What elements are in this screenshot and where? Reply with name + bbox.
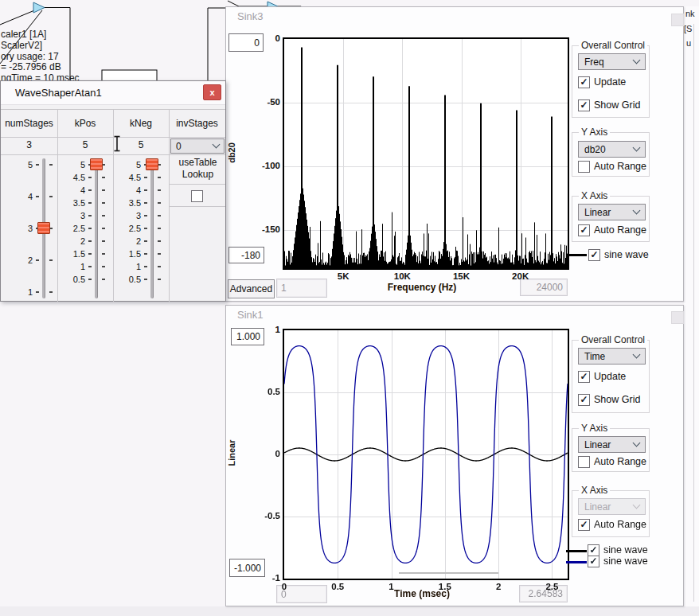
slider-tick-mark bbox=[49, 291, 53, 293]
advanced-button[interactable]: Advanced bbox=[228, 279, 275, 298]
slider-tick-mark bbox=[144, 228, 147, 229]
kpos-value[interactable]: 5 bbox=[57, 139, 113, 150]
slider-tick-mark bbox=[88, 189, 92, 191]
waveshaper-close-button[interactable]: x bbox=[203, 84, 221, 100]
slider-track[interactable] bbox=[150, 158, 154, 298]
usetable-lookup-label: useTable Lookup bbox=[170, 157, 226, 181]
slider-tick-mark bbox=[88, 266, 92, 267]
slider-tick-mark bbox=[144, 266, 147, 267]
signal-arrow-icon bbox=[33, 2, 45, 13]
sink3-x-axis-title: Frequency (Hz) bbox=[350, 282, 494, 293]
sink1-legend-checkbox-2[interactable]: ✓ bbox=[588, 556, 599, 567]
slider-tick-label: 0.5 bbox=[114, 275, 141, 284]
slider-tick-mark bbox=[36, 196, 39, 197]
sink3-ymin-box[interactable]: -180 bbox=[228, 247, 264, 263]
slider-tick-label: 1.5 bbox=[58, 249, 85, 259]
invstages-dropdown[interactable]: 0 bbox=[170, 138, 225, 154]
sink3-xmin-input[interactable]: 1 bbox=[276, 279, 327, 298]
grid-divider bbox=[169, 184, 225, 185]
slider-tick-label: 0.5 bbox=[58, 275, 85, 284]
group-label: X Axis bbox=[579, 190, 610, 201]
y-tick-label: -100 bbox=[247, 161, 280, 170]
kNeg-slider-handle[interactable] bbox=[146, 158, 158, 170]
sink1-overall-dropdown[interactable]: Time bbox=[578, 348, 646, 365]
slider-tick-mark bbox=[144, 240, 147, 242]
sink3-y-auto-range-checkbox[interactable] bbox=[578, 161, 590, 173]
slider-tick-label: 5 bbox=[58, 160, 85, 170]
slider-tick-mark bbox=[102, 177, 105, 178]
slider-tick-mark bbox=[158, 189, 161, 191]
edge-text: nk bbox=[685, 9, 695, 18]
usetable-lookup-checkbox[interactable] bbox=[191, 190, 203, 202]
slider-tick-label: 2 bbox=[6, 255, 33, 265]
dropdown-value: Linear bbox=[584, 207, 611, 218]
slider-tick-mark bbox=[88, 279, 92, 280]
sink1-x-axis-dropdown: Linear bbox=[578, 498, 646, 515]
slider-tick-label: 2.5 bbox=[114, 224, 141, 233]
slider-tick-label: 4.5 bbox=[114, 173, 141, 182]
slider-tick-mark bbox=[144, 189, 147, 191]
slider-tick-mark bbox=[102, 228, 105, 229]
y-tick-label: -50 bbox=[247, 97, 280, 107]
y-tick-label: 0 bbox=[247, 449, 280, 458]
grid-divider bbox=[169, 109, 170, 302]
slider-tick-mark bbox=[158, 177, 161, 178]
numStages-slider-handle[interactable] bbox=[37, 222, 50, 234]
slider-tick-mark bbox=[144, 253, 147, 255]
slider-tick-mark bbox=[144, 177, 147, 178]
sink3-legend-checkbox[interactable]: ✓ bbox=[588, 249, 600, 261]
y-tick-label: -150 bbox=[247, 224, 280, 234]
diagram-text: = -25.7956 dB bbox=[1, 61, 61, 72]
kneg-value[interactable]: 5 bbox=[113, 139, 169, 150]
sink1-close-button[interactable] bbox=[671, 311, 684, 324]
sink1-y-axis-dropdown[interactable]: Linear bbox=[578, 436, 646, 453]
window-title-text: WaveShaperAtan1 bbox=[15, 87, 102, 99]
slider-tick-mark bbox=[144, 215, 147, 216]
y-tick-label: -0.5 bbox=[247, 511, 280, 520]
x-tick-label: 20K bbox=[503, 271, 538, 281]
diagram-text: ory usage: 17 bbox=[1, 51, 59, 62]
sink3-x-axis-dropdown[interactable]: Linear bbox=[578, 204, 646, 220]
legend-line bbox=[568, 254, 587, 256]
legend-line bbox=[566, 561, 587, 563]
app-screen: caler1 [1A] ScalerV2] ory usage: 17 = -2… bbox=[0, 0, 699, 616]
drag-artifact bbox=[399, 572, 498, 574]
sink3-update-checkbox[interactable]: ✓ bbox=[578, 76, 590, 88]
slider-track[interactable] bbox=[95, 158, 98, 298]
column-header: kNeg bbox=[113, 118, 169, 129]
diagram-text: ScalerV2] bbox=[1, 40, 42, 51]
slider-tick-mark bbox=[102, 279, 105, 280]
slider-tick-mark bbox=[102, 202, 105, 204]
y-tick-label: 0.5 bbox=[247, 387, 280, 396]
numstages-value[interactable]: 3 bbox=[1, 139, 57, 150]
sink1-y-auto-range-checkbox[interactable] bbox=[578, 456, 590, 468]
sink3-spectrum-plot[interactable] bbox=[284, 39, 568, 268]
sink3-xmax-input[interactable]: 24000 bbox=[520, 279, 568, 296]
sink1-legend-checkbox-1[interactable]: ✓ bbox=[588, 544, 599, 556]
sink3-x-auto-range-checkbox[interactable]: ✓ bbox=[578, 224, 590, 236]
checkbox-label: Auto Range bbox=[594, 161, 646, 173]
sink1-update-checkbox[interactable]: ✓ bbox=[578, 371, 590, 383]
sink3-show-grid-checkbox[interactable]: ✓ bbox=[578, 99, 590, 111]
chevron-down-icon bbox=[633, 501, 641, 509]
chevron-down-icon bbox=[633, 351, 641, 359]
sink3-close-button[interactable] bbox=[671, 14, 684, 26]
sink3-overall-dropdown[interactable]: Freq bbox=[578, 53, 646, 70]
diagram-text: caler1 [1A] bbox=[1, 29, 46, 40]
slider-tick-label: 5 bbox=[114, 160, 141, 170]
x-tick-label: 0.5 bbox=[320, 582, 355, 591]
slider-tick-label: 1 bbox=[114, 262, 141, 271]
sink1-window-title: Sink1 bbox=[237, 309, 264, 321]
legend-line bbox=[566, 550, 587, 552]
sink1-x-auto-range-checkbox[interactable]: ✓ bbox=[578, 519, 590, 531]
sink3-window-title: Sink3 bbox=[237, 10, 264, 22]
sink1-time-plot[interactable] bbox=[284, 330, 568, 579]
checkbox-label: Update bbox=[594, 371, 626, 383]
sink1-show-grid-checkbox[interactable]: ✓ bbox=[578, 394, 590, 406]
kPos-slider-handle[interactable] bbox=[90, 158, 103, 170]
slider-tick-mark bbox=[158, 266, 161, 267]
dropdown-value: Linear bbox=[584, 501, 611, 513]
waveshaper-window-title[interactable]: WaveShaperAtan1 bbox=[1, 81, 225, 105]
sink3-y-axis-dropdown[interactable]: db20 bbox=[578, 141, 646, 158]
slider-tick-mark bbox=[49, 196, 53, 197]
